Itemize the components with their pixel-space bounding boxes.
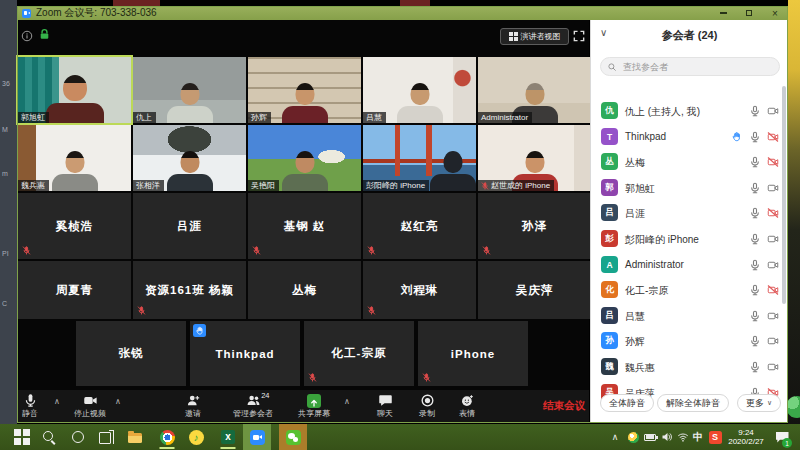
taskbar-wechat[interactable]: [279, 424, 307, 450]
participant-video: [279, 151, 331, 191]
video-tile[interactable]: Thinkpad: [190, 321, 300, 386]
close-button[interactable]: ×: [762, 6, 788, 20]
video-tile[interactable]: 郭旭虹: [18, 57, 131, 123]
video-tile[interactable]: 仇上: [133, 57, 246, 123]
video-tile[interactable]: 刘程琳: [363, 261, 476, 319]
video-tile[interactable]: 化工-宗原: [304, 321, 414, 386]
video-tile[interactable]: 奚桢浩: [18, 193, 131, 259]
chat-button[interactable]: 聊天: [377, 393, 393, 418]
participant-row[interactable]: 化化工-宗原: [591, 277, 788, 303]
participant-row[interactable]: 彭彭阳峰的 iPhone: [591, 226, 788, 252]
tile-name-label: 孙辉: [248, 112, 271, 123]
participant-row[interactable]: 吕吕涯: [591, 200, 788, 226]
participant-row[interactable]: 孙孙辉: [591, 328, 788, 354]
participant-video: [49, 151, 101, 191]
video-tile[interactable]: 张锐: [76, 321, 186, 386]
video-tile[interactable]: 周夏青: [18, 261, 131, 319]
ime-language-indicator[interactable]: 中: [691, 424, 705, 450]
volume-icon[interactable]: [659, 424, 674, 450]
record-button[interactable]: 录制: [419, 393, 435, 418]
participant-row[interactable]: 郭郭旭虹: [591, 175, 788, 201]
video-tile[interactable]: 魏兵惠: [18, 125, 131, 191]
video-tile[interactable]: 资源161班 杨颖: [133, 261, 246, 319]
taskbar-excel[interactable]: [215, 424, 241, 450]
video-tile[interactable]: 吕慧: [363, 57, 476, 123]
sogou-input-icon[interactable]: S: [707, 424, 723, 450]
video-tile[interactable]: 张相洋: [133, 125, 246, 191]
participant-row[interactable]: 吕吕慧: [591, 303, 788, 329]
participant-row[interactable]: 仇仇上 (主持人, 我): [591, 98, 788, 124]
taskbar-clock[interactable]: 9:24 2020/2/27: [723, 424, 769, 450]
share-screen-button[interactable]: 共享屏幕: [298, 393, 330, 418]
speaker-view-button[interactable]: 演讲者视图: [500, 28, 569, 45]
invite-button[interactable]: 邀请: [185, 393, 201, 418]
clock-date: 2020/2/27: [728, 437, 764, 446]
mute-all-button[interactable]: 全体静音: [600, 394, 654, 412]
avatar: 魏: [601, 358, 618, 375]
video-tile[interactable]: 基钢 赵: [248, 193, 361, 259]
manage-participants-button[interactable]: 24 管理参会者: [233, 393, 273, 418]
unmute-all-button[interactable]: 解除全体静音: [657, 394, 729, 412]
video-tile[interactable]: 孙辉: [248, 57, 361, 123]
maximize-button[interactable]: [736, 6, 762, 20]
video-tile[interactable]: Administrator: [478, 57, 591, 123]
video-tile[interactable]: 孙泽: [478, 193, 591, 259]
tile-name-label: 资源161班 杨颖: [133, 261, 246, 319]
video-tile[interactable]: iPhone: [418, 321, 528, 386]
mic-status-icon: [749, 105, 761, 117]
minimize-button[interactable]: [710, 6, 736, 20]
camera-status-icon: [767, 207, 779, 219]
zoom-window-titlebar[interactable]: Zoom 会议号: 703-338-036 ×: [17, 6, 788, 20]
raised-hand-icon: [731, 131, 743, 143]
fullscreen-icon[interactable]: [572, 29, 586, 43]
meeting-info-icon[interactable]: [21, 28, 33, 40]
mic-status-icon: [749, 259, 761, 271]
action-center-icon[interactable]: 1: [771, 424, 793, 450]
video-tile[interactable]: 丛梅: [248, 261, 361, 319]
taskbar-start[interactable]: [9, 424, 35, 450]
taskbar-search[interactable]: [36, 424, 62, 450]
panel-scrollbar[interactable]: [782, 86, 786, 304]
participant-row[interactable]: 魏魏兵惠: [591, 354, 788, 380]
video-tile[interactable]: 吕涯: [133, 193, 246, 259]
video-tile[interactable]: 吴庆萍: [478, 261, 591, 319]
avatar: 吕: [601, 307, 618, 324]
network-wifi-icon[interactable]: [675, 424, 690, 450]
battery-icon[interactable]: [642, 424, 658, 450]
stop-video-button[interactable]: 停止视频: [74, 393, 106, 418]
chrome-icon: [160, 430, 175, 445]
tray-overflow-chevron[interactable]: ∧: [608, 424, 622, 450]
mute-button[interactable]: 静音: [22, 393, 38, 418]
taskbar-zoom[interactable]: [243, 424, 271, 450]
camera-status-icon: [767, 105, 779, 117]
participant-row[interactable]: TThinkpad: [591, 124, 788, 150]
video-tile[interactable]: 赵世成的 iPhone: [478, 125, 591, 191]
taskbar-chrome[interactable]: [154, 424, 180, 450]
video-tile[interactable]: 吴艳阳: [248, 125, 361, 191]
cortana-icon: [70, 429, 86, 445]
participant-row[interactable]: AAdministrator: [591, 252, 788, 278]
taskbar-qq-music[interactable]: [183, 424, 209, 450]
participant-name: 丛梅: [625, 156, 645, 170]
more-button[interactable]: 更多∨: [737, 394, 781, 412]
tile-name-label: 丛梅: [248, 261, 361, 319]
tile-name-label: 基钢 赵: [248, 193, 361, 259]
muted-mic-icon: [482, 246, 491, 255]
end-meeting-button[interactable]: 结束会议: [543, 399, 585, 413]
video-tile[interactable]: 彭阳峰的 iPhone: [363, 125, 476, 191]
taskbar-task-view[interactable]: [93, 424, 119, 450]
participant-row[interactable]: 丛丛梅: [591, 149, 788, 175]
share-options-chevron[interactable]: ∧: [344, 397, 350, 406]
taskbar-file-explorer[interactable]: [122, 424, 148, 450]
camera-status-icon: [767, 310, 779, 322]
tray-qq-icon[interactable]: [626, 424, 640, 450]
participant-name: 魏兵惠: [625, 361, 655, 375]
reactions-button[interactable]: 表情: [459, 393, 475, 418]
participant-name: Administrator: [625, 259, 684, 270]
tile-name-label: 郭旭虹: [18, 112, 49, 123]
meeting-lock-icon[interactable]: [38, 27, 51, 40]
taskbar-cortana[interactable]: [65, 424, 91, 450]
video-tile[interactable]: 赵红亮: [363, 193, 476, 259]
mute-options-chevron[interactable]: ∧: [54, 397, 60, 406]
video-options-chevron[interactable]: ∧: [115, 397, 121, 406]
